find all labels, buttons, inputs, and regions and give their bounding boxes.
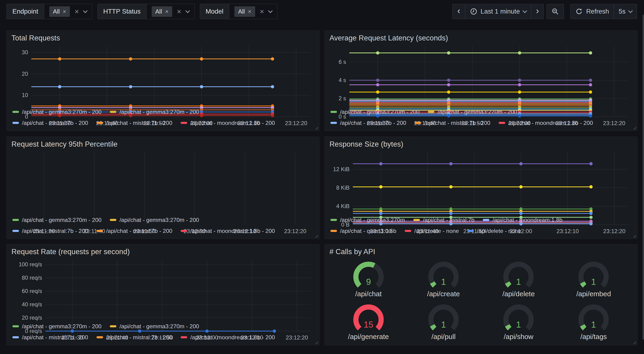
legend-label: /api/chat - gemma3:270m - 200 <box>120 323 199 330</box>
legend-item[interactable]: /api/chat - mistral:7b - 200 <box>12 120 88 126</box>
legend-item[interactable]: /api/chat - gemma3:270m <box>330 217 405 223</box>
legend-item[interactable]: /api/chat - gemma3:270m - 200 <box>330 109 420 115</box>
legend-item[interactable]: /api/chat - gemma3:270m - 200 <box>12 109 102 115</box>
chip-remove-icon[interactable]: × <box>165 9 168 15</box>
legend-item[interactable]: /api/chat - moondream:1.8b - 200 <box>499 120 593 126</box>
total-requests-chart[interactable]: 010203023:11:3023:11:4023:11:5023:12:002… <box>12 44 314 106</box>
legend-swatch-icon <box>12 219 19 221</box>
chart-legend: /api/chat - gemma3:270m - 200/api/chat -… <box>12 320 314 343</box>
legend-row: /api/chat - gemma3:270m - 200/api/chat -… <box>12 214 314 225</box>
legend-swatch-icon <box>110 219 116 221</box>
legend-swatch-icon <box>428 111 434 113</box>
gauge-label: /api/chat <box>355 290 382 298</box>
legend-label: /api/chat - gemma3:270m - 200 <box>340 109 420 115</box>
time-shift-forward-button[interactable]: › <box>531 4 544 19</box>
request-rate-chart[interactable]: 0 req/s20 req/s40 req/s60 req/s80 req/s1… <box>12 257 314 320</box>
filter-model-value[interactable]: All× × <box>229 4 277 19</box>
panel-resize-handle[interactable] <box>314 126 318 130</box>
svg-text:30: 30 <box>22 49 28 56</box>
legend-item[interactable]: /api/chat - moondream:1.8b <box>483 217 562 223</box>
filter-endpoint-value[interactable]: All× × <box>44 4 92 19</box>
gauge-arc-icon: 1 <box>571 259 616 291</box>
time-range-picker-button[interactable]: Last 1 minute <box>465 4 531 19</box>
page-scrollbar[interactable] <box>642 15 644 339</box>
chip-remove-icon[interactable]: × <box>62 9 66 15</box>
legend-item[interactable]: /api/chat - mistral:7b - 200 <box>414 120 490 126</box>
legend-item[interactable]: /api/chat - moondream:1.8b - 200 <box>181 334 275 341</box>
legend-swatch-icon <box>414 122 421 124</box>
chevron-down-icon <box>83 9 88 13</box>
legend-item[interactable]: /api/chat - mistral:7b <box>413 217 474 223</box>
gauge-api-delete: 1/api/delete <box>496 259 541 298</box>
legend-item[interactable]: /api/chat - mistral:7b - 200 <box>96 334 172 341</box>
gauge-api-generate: 15/api/generate <box>346 302 391 341</box>
legend-swatch-icon <box>181 230 187 232</box>
legend-swatch-icon <box>12 325 19 327</box>
filter-chip[interactable]: All× <box>49 6 70 17</box>
clear-selection-icon[interactable]: × <box>74 8 79 15</box>
panel-request-rate: Request Rate (requests per second) 0 req… <box>6 244 320 345</box>
legend-label: /api/chat - moondream:1.8b - 200 <box>190 334 275 341</box>
panel-latency-95th-percentile: Request Latency 95th Percentile 23:11:30… <box>6 137 320 239</box>
legend-row: /api/chat - mistral:7b - 200/api/chat - … <box>12 332 314 343</box>
gauge-arc-icon: 9 <box>346 259 391 291</box>
legend-swatch-icon <box>110 111 116 113</box>
chevron-down-icon <box>185 9 190 13</box>
gauge-api-show: 1/api/show <box>496 302 541 341</box>
panel-title: Response Size (bytes) <box>330 140 632 148</box>
latency-p95-chart[interactable]: 23:11:3023:11:4023:11:5023:12:0023:12:10… <box>12 150 314 213</box>
clear-selection-icon[interactable]: × <box>260 8 264 15</box>
legend-label: /api/chat - mistral:7b - 200 <box>22 120 88 126</box>
chip-remove-icon[interactable]: × <box>248 9 252 15</box>
template-variable-filters: Endpoint All× × HTTP Status All× × Model… <box>6 4 277 19</box>
legend-swatch-icon <box>467 230 474 232</box>
legend-item[interactable]: /api/chat - mistral:7b - 200 <box>12 228 88 234</box>
filter-chip[interactable]: All× <box>234 6 255 17</box>
legend-item[interactable]: /api/chat - gemma3:270m - 200 <box>12 217 102 223</box>
chevron-down-icon <box>628 9 633 13</box>
average-latency-chart[interactable]: 0 s2 s4 s6 s23:11:3023:11:4023:11:5023:1… <box>330 44 632 106</box>
legend-item[interactable]: /api/chat - qwen3:0.6b <box>330 228 396 234</box>
gauge-api-tags: 1/api/tags <box>571 302 616 341</box>
svg-text:20: 20 <box>22 71 28 77</box>
gauge-api-create: 1/api/create <box>421 259 466 298</box>
legend-item[interactable]: /api/chat - moondream:1.8b - 200 <box>181 120 275 126</box>
gauge-arc-icon: 1 <box>496 302 541 334</box>
panel-resize-handle[interactable] <box>632 234 636 238</box>
legend-item[interactable]: /api/chat - mistral:7b - 200 <box>330 120 406 126</box>
legend-item[interactable]: /api/chat - mistral:7b - 200 <box>96 228 172 234</box>
legend-item[interactable]: /api/chat - gemma3:270m - 200 <box>12 323 102 330</box>
filter-model-label: Model <box>200 4 229 19</box>
svg-text:80 req/s: 80 req/s <box>22 274 42 281</box>
legend-item[interactable]: /api/chat - gemma3:270m - 200 <box>428 109 517 115</box>
chart-legend: /api/chat - gemma3:270m - 200/api/chat -… <box>12 213 314 236</box>
refresh-button[interactable]: Refresh <box>570 4 614 19</box>
legend-label: /api/chat - mistral:7b <box>423 217 474 223</box>
legend-item[interactable]: /api/chat - mistral:7b - 200 <box>12 334 88 341</box>
legend-item[interactable]: /api/delete - none <box>467 228 521 234</box>
gauge-arc-icon: 1 <box>421 302 466 334</box>
legend-item[interactable]: /api/chat - mistral:7b - 200 <box>96 120 172 126</box>
legend-item[interactable]: /api/create - none <box>405 228 459 234</box>
legend-item[interactable]: /api/chat - gemma3:270m - 200 <box>110 109 199 115</box>
legend-swatch-icon <box>96 230 103 232</box>
legend-swatch-icon <box>413 219 420 221</box>
legend-item[interactable]: /api/chat - moondream:1.8b - 200 <box>181 228 275 234</box>
response-size-chart[interactable]: 0 B4 KiB8 KiB12 KiB23:11:3023:11:4023:11… <box>330 150 632 213</box>
legend-item[interactable]: /api/chat - gemma3:270m - 200 <box>110 217 199 223</box>
legend-label: /api/chat - mistral:7b - 200 <box>22 228 88 234</box>
filter-chip[interactable]: All× <box>152 6 172 17</box>
panel-resize-handle[interactable] <box>314 340 318 344</box>
legend-row: /api/chat - gemma3:270m - 200/api/chat -… <box>12 106 314 117</box>
refresh-interval-dropdown[interactable]: 5s <box>614 4 637 19</box>
zoom-out-button[interactable] <box>546 4 564 19</box>
panel-resize-handle[interactable] <box>632 126 636 130</box>
time-shift-back-button[interactable]: ‹ <box>452 4 465 19</box>
panel-resize-handle[interactable] <box>632 340 636 344</box>
clear-selection-icon[interactable]: × <box>177 8 181 15</box>
filter-http-status-value[interactable]: All× × <box>146 4 194 19</box>
legend-label: /api/chat - gemma3:270m - 200 <box>120 109 199 115</box>
panel-resize-handle[interactable] <box>314 234 318 238</box>
legend-item[interactable]: /api/chat - gemma3:270m - 200 <box>110 323 199 330</box>
filter-http-status: HTTP Status All× × <box>98 4 195 19</box>
